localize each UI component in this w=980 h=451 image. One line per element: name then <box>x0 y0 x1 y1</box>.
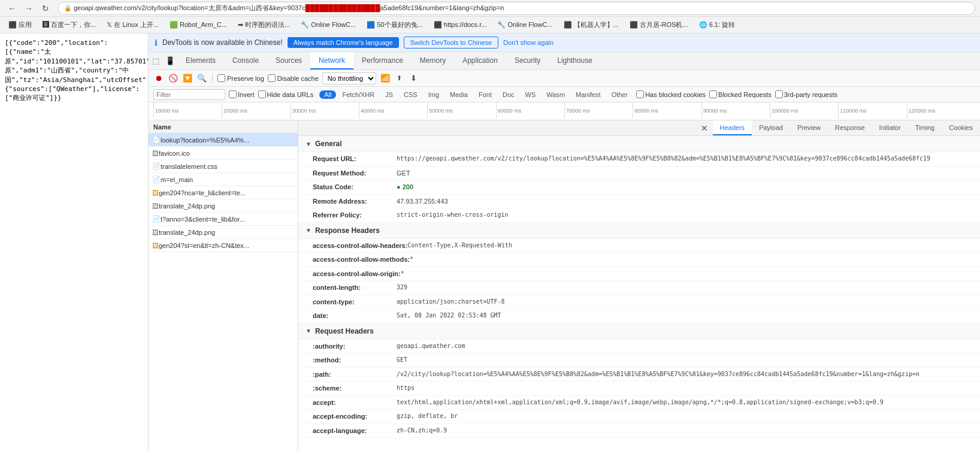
request-item-gen204-1[interactable]: 🖼 gen204?nca=te_li&client=te... <box>149 186 298 199</box>
throttling-select[interactable]: No throttling <box>322 72 376 84</box>
request-item-css[interactable]: 📄 translatelement.css <box>149 160 298 173</box>
switch-devtools-button[interactable]: Switch DevTools to Chinese <box>404 37 498 49</box>
response-headers-section-header[interactable]: ▼ Response Headers <box>298 223 980 239</box>
search-button[interactable]: 🔍 <box>196 73 207 84</box>
detail-tab-payload[interactable]: Payload <box>752 120 790 135</box>
filter-doc[interactable]: Doc <box>498 90 519 99</box>
invert-check[interactable]: Invert <box>229 90 255 98</box>
detail-tab-timing[interactable]: Timing <box>908 120 942 135</box>
bookmark-50[interactable]: 🟦 50个最好的兔... <box>363 19 426 31</box>
clear-button[interactable]: 🚫 <box>168 73 179 84</box>
address-bar[interactable]: 🔒 geoapi.qweather.com/v2/city/lookup?loc… <box>58 2 975 15</box>
val-access-methods: * <box>410 255 973 265</box>
request-name-tanno: t?anno=3&client=te_lib&for... <box>161 216 245 223</box>
timeline-mark-6: 60000 ms <box>496 102 564 119</box>
filter-other[interactable]: Other <box>607 90 633 99</box>
filter-media[interactable]: Media <box>445 90 473 99</box>
forward-button[interactable]: → <box>22 1 36 16</box>
tab-security[interactable]: Security <box>506 52 549 69</box>
general-title: General <box>315 140 342 148</box>
bookmark-flowc2[interactable]: 🔧 Online FlowC... <box>494 20 556 30</box>
bookmark-robot[interactable]: 🟩 Robot_Arm_C... <box>166 20 231 30</box>
request-headers-section-header[interactable]: ▼ Request Headers <box>298 323 980 340</box>
request-method-val: GET <box>397 168 973 178</box>
request-item-lookup[interactable]: 📄 lookup?location=%E5%A4%... <box>149 134 298 147</box>
filter-img[interactable]: Img <box>424 90 444 99</box>
detail-tab-headers[interactable]: Headers <box>713 120 752 135</box>
filter-font[interactable]: Font <box>474 90 497 99</box>
tab-lighthouse[interactable]: Lighthouse <box>549 52 601 69</box>
tab-performance[interactable]: Performance <box>353 52 412 69</box>
bookmark-guyue[interactable]: ⬛ 古月居-ROS机... <box>626 19 692 31</box>
nav-buttons: ← → ↻ <box>5 1 53 16</box>
filter-all[interactable]: All <box>319 90 336 99</box>
lock-icon: 🔒 <box>64 5 71 11</box>
tab-network[interactable]: Network <box>310 52 353 69</box>
headers-section: ▼ General Request URL: https://geoapi.qw… <box>298 136 980 438</box>
filter-input[interactable] <box>153 89 225 100</box>
request-item-png1[interactable]: 🖼 translate_24dp.png <box>149 199 298 213</box>
dont-show-link[interactable]: Don't show again <box>503 39 553 46</box>
request-url-key: Request URL: <box>313 154 397 164</box>
hide-data-urls-check[interactable]: Hide data URLs <box>258 90 314 98</box>
timeline-mark-8: 80000 ms <box>633 102 701 119</box>
resp-content-type: content-type: application/json;charset=U… <box>298 295 980 310</box>
request-item-gen204-2[interactable]: 🖼 gen204?sl=en&tl=zh-CN&tex... <box>149 239 298 252</box>
bookmark-robotics[interactable]: ⬛ 【机器人学】... <box>560 19 622 31</box>
device-icon[interactable]: 📱 <box>163 52 177 70</box>
filter-button[interactable]: 🔽 <box>182 73 193 84</box>
tab-memory[interactable]: Memory <box>412 52 454 69</box>
third-party-check[interactable]: 3rd-party requests <box>775 90 837 98</box>
request-icon-css: 📄 <box>152 162 161 170</box>
bookmark-timing[interactable]: ➡ 时序图的语法... <box>234 19 294 31</box>
filter-manifest[interactable]: Manifest <box>571 90 606 99</box>
devtools-panel: ℹ DevTools is now available in Chinese! … <box>149 34 980 451</box>
val-access-origin: * <box>401 269 973 279</box>
filter-css[interactable]: CSS <box>399 90 422 99</box>
filter-wasm[interactable]: Wasm <box>542 90 570 99</box>
request-url-val: https://geoapi.qweather.com/v2/city/look… <box>397 154 973 164</box>
close-detail-button[interactable]: ✕ <box>696 123 713 133</box>
general-toggle: ▼ <box>306 141 311 147</box>
request-item-png2[interactable]: 🖼 translate_24dp.png <box>149 226 298 239</box>
disable-cache-check[interactable]: Disable cache <box>268 74 319 82</box>
tab-elements[interactable]: Elements <box>177 52 224 69</box>
request-item-main[interactable]: 📄 m=el_main <box>149 173 298 186</box>
val-scheme: https <box>397 383 973 394</box>
detail-tab-initiator[interactable]: Initiator <box>872 120 908 135</box>
detail-tab-preview[interactable]: Preview <box>790 120 828 135</box>
key-access-origin: access-control-allow-origin: <box>313 269 401 279</box>
preserve-log-check[interactable]: Preserve log <box>217 74 264 82</box>
blocked-cookies-check[interactable]: Has blocked cookies <box>636 90 706 98</box>
back-button[interactable]: ← <box>5 1 19 16</box>
record-button[interactable]: ⏺ <box>153 73 164 84</box>
main-layout: [{"code":"200","location":[{"name":"太原",… <box>0 34 980 451</box>
tab-sources[interactable]: Sources <box>267 52 310 69</box>
general-section-header[interactable]: ▼ General <box>298 136 980 152</box>
match-language-button[interactable]: Always match Chrome's language <box>288 37 399 48</box>
filter-js[interactable]: JS <box>380 90 398 99</box>
upload-button[interactable]: ⬆ <box>394 73 405 84</box>
bookmark-flowc1[interactable]: 🔧 Online FlowC... <box>297 20 359 30</box>
timeline-area: 10000 ms 20000 ms 30000 ms 40000 ms 5000… <box>149 102 980 120</box>
bookmark-rotation[interactable]: 🌐 6.1: 旋转 <box>695 19 739 31</box>
inspect-icon[interactable]: ⬚ <box>149 52 163 70</box>
tab-application[interactable]: Application <box>454 52 506 69</box>
bookmark-docs[interactable]: ⬛ https://docs.r... <box>430 20 491 30</box>
detail-tab-response[interactable]: Response <box>828 120 872 135</box>
val-accept-language: zh-CN,zh;q=0.9 <box>397 426 973 436</box>
request-headers-toggle: ▼ <box>306 328 311 334</box>
filter-ws[interactable]: WS <box>521 90 541 99</box>
filter-fetch[interactable]: Fetch/XHR <box>337 90 379 99</box>
bookmark-baidu[interactable]: 🅱 百度一下，你... <box>39 19 99 31</box>
wifi-icon[interactable]: 📶 <box>380 73 391 84</box>
request-item-tanno[interactable]: 📄 t?anno=3&client=te_lib&for... <box>149 213 298 226</box>
refresh-button[interactable]: ↻ <box>38 1 53 16</box>
bookmark-apps[interactable]: ⬛ 应用 <box>5 19 35 31</box>
tab-console[interactable]: Console <box>224 52 267 69</box>
request-item-favicon[interactable]: 🖼 favicon.ico <box>149 147 298 160</box>
download-button[interactable]: ⬇ <box>409 73 419 84</box>
detail-tab-cookies[interactable]: Cookies <box>942 120 980 135</box>
blocked-requests-check[interactable]: Blocked Requests <box>709 90 772 98</box>
bookmark-linux[interactable]: 𝕏 在 Linux 上开... <box>103 19 162 31</box>
